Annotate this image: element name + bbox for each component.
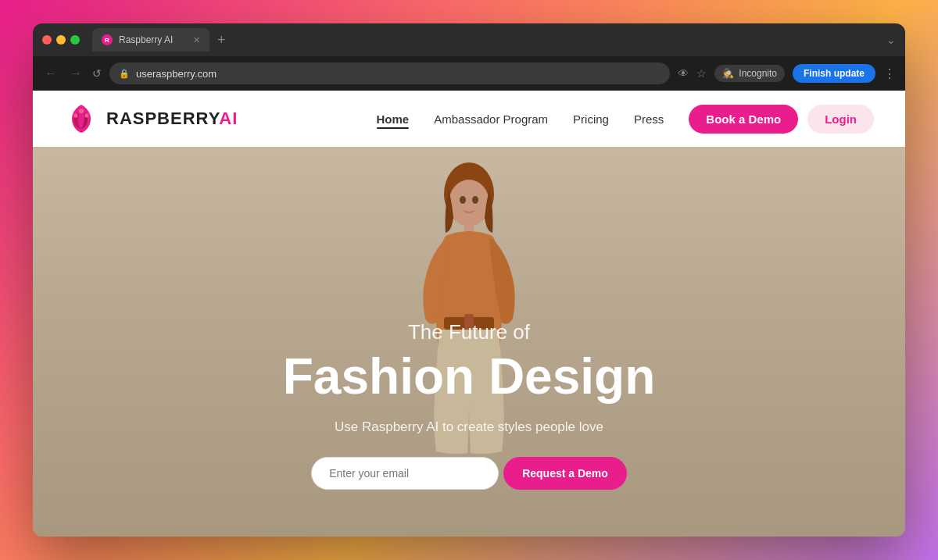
hero-subtitle: The Future of (33, 320, 905, 344)
logo-raspberry: RASPBERRY (106, 109, 219, 128)
logo-ai: AI (219, 109, 238, 128)
book-demo-button[interactable]: Book a Demo (689, 105, 798, 134)
nav-links: Home Ambassador Program Pricing Press (377, 112, 664, 126)
site-logo[interactable]: RASPBERRYAI (64, 102, 238, 136)
svg-point-2 (85, 114, 89, 118)
title-bar: R Raspberry AI ✕ + ⌄ (33, 23, 905, 56)
nav-ambassador[interactable]: Ambassador Program (434, 112, 548, 126)
request-demo-button[interactable]: Request a Demo (503, 457, 627, 490)
nav-press[interactable]: Press (634, 112, 664, 126)
maximize-button[interactable] (70, 35, 80, 45)
svg-point-4 (449, 180, 489, 226)
bookmark-icon[interactable]: ☆ (696, 67, 707, 80)
browser-tab[interactable]: R Raspberry AI ✕ (92, 28, 209, 52)
address-bar: ← → ↺ 🔒 useraspberry.com 👁 ☆ 🕵 Incognito… (33, 56, 905, 91)
raspberry-logo-icon (64, 102, 98, 136)
url-bar[interactable]: 🔒 useraspberry.com (109, 62, 670, 84)
close-button[interactable] (42, 35, 52, 45)
login-button[interactable]: Login (807, 105, 874, 134)
tab-close-icon[interactable]: ✕ (193, 35, 200, 45)
back-button[interactable]: ← (42, 66, 59, 80)
new-tab-button[interactable]: + (213, 32, 231, 48)
traffic-lights (42, 35, 80, 45)
incognito-label: Incognito (739, 68, 777, 79)
hero-title: Fashion Design (33, 349, 905, 404)
refresh-button[interactable]: ↺ (92, 67, 102, 80)
more-options-icon[interactable]: ⋮ (883, 66, 896, 81)
hero-section: The Future of Fashion Design Use Raspber… (33, 147, 905, 537)
finish-update-button[interactable]: Finish update (793, 64, 875, 83)
site-navbar: RASPBERRYAI Home Ambassador Program Pric… (33, 91, 905, 147)
svg-point-8 (460, 196, 466, 204)
address-bar-actions: 👁 ☆ 🕵 Incognito Finish update ⋮ (678, 64, 896, 83)
forward-button[interactable]: → (67, 66, 84, 80)
svg-point-0 (79, 109, 84, 113)
incognito-icon: 🕵 (722, 68, 734, 79)
hero-content: The Future of Fashion Design Use Raspber… (33, 320, 905, 537)
svg-point-9 (472, 196, 478, 204)
lock-icon: 🔒 (119, 69, 130, 79)
url-text: useraspberry.com (136, 68, 217, 80)
nav-actions: Book a Demo Login (689, 105, 874, 134)
eye-off-icon[interactable]: 👁 (678, 67, 689, 80)
minimize-button[interactable] (56, 35, 66, 45)
tab-favicon-icon: R (102, 34, 113, 45)
nav-home[interactable]: Home (377, 112, 410, 126)
hero-form: Request a Demo (33, 457, 905, 490)
tab-chevron-icon[interactable]: ⌄ (886, 34, 896, 46)
tab-bar: R Raspberry AI ✕ + (92, 28, 880, 52)
incognito-button[interactable]: 🕵 Incognito (714, 65, 785, 82)
email-input[interactable] (311, 457, 499, 490)
nav-pricing[interactable]: Pricing (573, 112, 609, 126)
hero-description: Use Raspberry AI to create styles people… (33, 419, 905, 435)
browser-window: R Raspberry AI ✕ + ⌄ ← → ↺ 🔒 useraspberr… (33, 23, 905, 537)
svg-point-1 (74, 114, 78, 118)
logo-text: RASPBERRYAI (106, 109, 238, 129)
tab-title: Raspberry AI (119, 34, 173, 45)
website-content: RASPBERRYAI Home Ambassador Program Pric… (33, 91, 905, 537)
